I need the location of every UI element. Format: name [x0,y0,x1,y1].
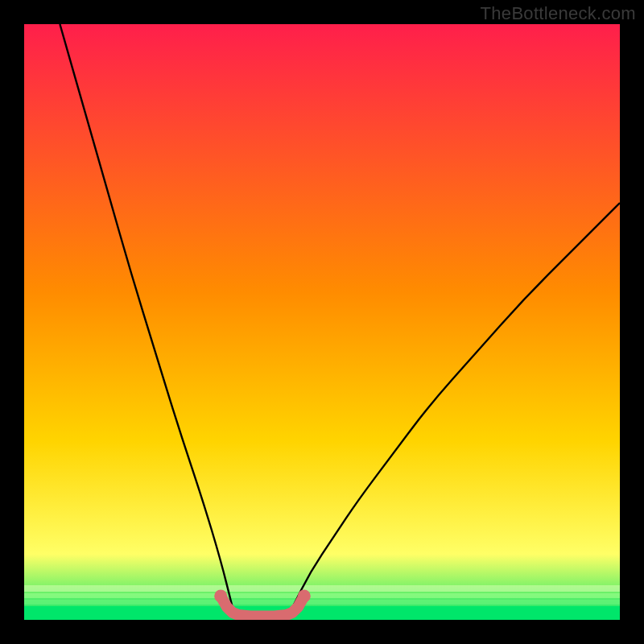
chart-svg [24,24,620,620]
band-1 [24,585,620,592]
gradient-background [24,24,620,620]
band-4 [24,606,620,620]
valley-dot-left [214,589,227,602]
band-3 [24,600,620,605]
watermark-text: TheBottleneck.com [481,3,636,24]
valley-dot-right [298,589,311,602]
chart-frame: TheBottleneck.com [0,0,644,644]
band-2 [24,593,620,598]
plot-area [24,24,620,620]
